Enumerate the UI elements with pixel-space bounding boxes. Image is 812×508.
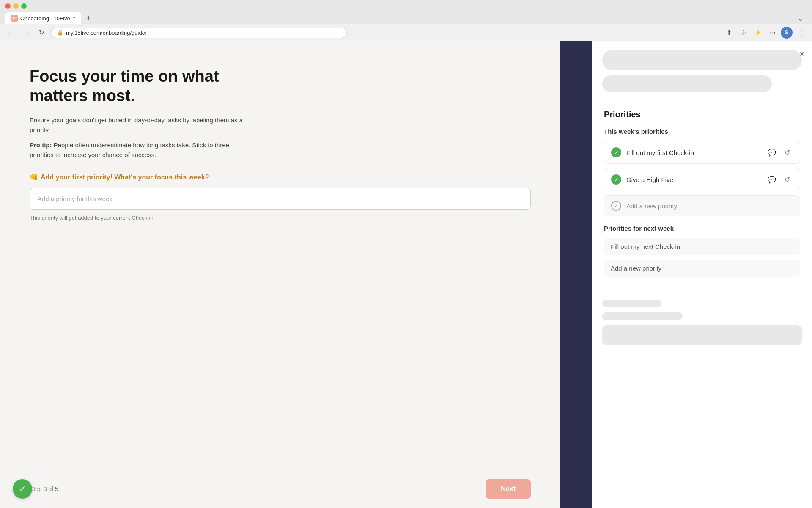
tab-favicon: 15 [11,15,18,22]
url-text: my.15five.com/onboarding/guide/ [66,30,147,36]
nav-actions: ⬆ ☆ ⚡ ▭ S ⋮ [723,27,807,39]
sidebar-toggle-btn[interactable]: ▭ [766,27,778,39]
prompt-text: Add your first priority! What's your foc… [41,174,209,181]
priority-text-2: Give a High Five [626,176,761,183]
bottom-bar: Step 3 of 5 Next [30,479,531,499]
traffic-lights [5,3,27,9]
tab-title: Onboarding · 15Five [20,15,70,22]
more-menu-btn[interactable]: ⋮ [795,27,807,39]
priority-text-1: Fill out my first Check-in [626,149,761,156]
priority-input[interactable] [30,188,530,209]
traffic-light-fullscreen[interactable] [21,3,27,9]
lock-icon: 🔒 [57,30,63,36]
active-tab[interactable]: 15 Onboarding · 15Five × [5,12,81,24]
step-indicator: Step 3 of 5 [30,486,58,492]
pro-tip-text: Pro tip: People often underestimate how … [30,141,254,160]
priority-comment-btn-2[interactable]: 💬 [766,174,778,185]
page-layout: Focus your time on what matters most. En… [0,41,812,508]
prompt-emoji: 👊 [30,173,38,181]
right-panel: × Priorities This week's priorities ✓ Fi… [592,41,812,508]
priority-check-add: ✓ [611,201,621,211]
back-btn[interactable]: ← [5,27,17,39]
traffic-light-minimize[interactable] [13,3,19,9]
refresh-btn[interactable]: ↻ [36,27,47,39]
traffic-light-close[interactable] [5,3,11,9]
priority-comment-btn-1[interactable]: 💬 [766,146,778,158]
tab-close-btn[interactable]: × [73,16,75,21]
next-week-text-add: Add a new priority [611,265,793,272]
skeleton-bottom-bar-2 [602,312,683,320]
section-prompt: 👊 Add your first priority! What's your f… [30,173,531,181]
dark-separator [560,41,592,508]
priority-check-1: ✓ [611,147,621,157]
skeleton-bar-2 [602,75,772,92]
skeleton-bottom-bar-1 [602,300,661,307]
window-expand-btn[interactable]: ⌄ [797,14,807,23]
extensions-btn[interactable]: ⚡ [752,27,764,39]
priority-refresh-btn-2[interactable]: ↺ [781,174,793,185]
new-tab-btn[interactable]: + [83,13,94,24]
next-week-text-1: Fill out my next Check-in [611,243,793,250]
skeleton-bar-1 [602,50,802,70]
priority-text-add: Add a new priority [626,202,793,210]
nav-bar: ← → ↻ 🔒 my.15five.com/onboarding/guide/ … [0,24,812,41]
priority-input-wrapper[interactable] [30,188,531,210]
share-btn[interactable]: ⬆ [723,27,735,39]
profile-btn[interactable]: S [781,27,793,39]
description-text: Ensure your goals don't get buried in da… [30,116,254,135]
this-week-label: This week's priorities [604,128,800,135]
priority-item-highfive: ✓ Give a High Five 💬 ↺ [604,168,800,191]
forward-btn[interactable]: → [20,27,32,39]
skeleton-bottom-bar-3 [602,325,802,345]
bookmark-btn[interactable]: ☆ [738,27,749,39]
priorities-title: Priorities [604,110,800,119]
priority-actions-2: 💬 ↺ [766,174,793,185]
priorities-section: Priorities This week's priorities ✓ Fill… [592,99,812,291]
skeleton-bottom-area [592,291,812,354]
browser-toolbar [0,0,812,12]
next-week-item-1: Fill out my next Check-in [604,238,800,255]
next-week-section: Priorities for next week Fill out my nex… [604,225,800,277]
next-btn[interactable]: Next [486,479,531,499]
left-panel: Focus your time on what matters most. En… [0,41,560,508]
priority-item-checkin: ✓ Fill out my first Check-in 💬 ↺ [604,141,800,164]
priority-check-2: ✓ [611,174,621,185]
priority-actions-1: 💬 ↺ [766,146,793,158]
pro-tip-label: Pro tip: [30,141,52,149]
close-panel-btn[interactable]: × [799,49,804,59]
check-icon: ✓ [19,484,26,494]
input-hint: This priority will get added to your cur… [30,215,531,221]
priority-item-add[interactable]: ✓ Add a new priority [604,195,800,216]
priority-refresh-btn-1[interactable]: ↺ [781,146,793,158]
tab-bar: 15 Onboarding · 15Five × + ⌄ [0,12,812,24]
next-week-label: Priorities for next week [604,225,800,232]
address-bar[interactable]: 🔒 my.15five.com/onboarding/guide/ [51,28,347,38]
next-week-item-add[interactable]: Add a new priority [604,260,800,277]
skeleton-top-area [592,41,812,99]
main-heading: Focus your time on what matters most. [30,67,262,105]
browser-chrome: 15 Onboarding · 15Five × + ⌄ ← → ↻ 🔒 my.… [0,0,812,41]
pro-tip-body: People often underestimate how long task… [30,141,229,158]
check-widget[interactable]: ✓ [13,479,32,499]
